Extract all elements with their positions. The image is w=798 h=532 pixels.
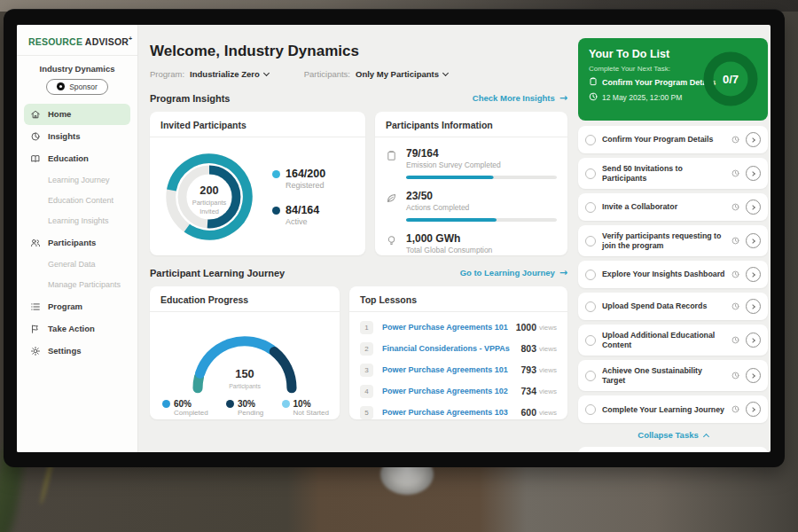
sidebar-item-label: Education [48, 153, 89, 163]
card-title: Participants Information [375, 112, 567, 137]
checkbox[interactable] [585, 168, 596, 179]
views-suffix: views [539, 366, 557, 374]
survey-icon [386, 149, 398, 179]
main-content: Welcome, Industry Dynamics Program: Indu… [138, 25, 576, 452]
check-more-insights-link[interactable]: Check More Insights → [473, 92, 567, 104]
sidebar-item-label: Insights [48, 131, 80, 141]
todo-item[interactable]: Explore Your Insights Dashboard [578, 261, 768, 288]
checkbox[interactable] [585, 270, 596, 280]
todo-item[interactable]: Invite a Collaborator [578, 193, 768, 221]
legend-value: 164/200 [286, 168, 325, 180]
lesson-rank: 5 [360, 406, 373, 419]
todo-progress-ring: 0/7 [702, 51, 759, 107]
views-suffix: views [539, 409, 557, 417]
lesson-row: 1 Power Purchase Agreements 101 1000 vie… [360, 317, 557, 338]
sidebar-item-education-content[interactable]: Education Content [17, 191, 137, 211]
org-name: Industry Dynamics [17, 64, 137, 74]
task-chevron-button[interactable] [746, 166, 761, 181]
sidebar-item-home[interactable]: Home [24, 104, 130, 125]
sidebar-item-general-data[interactable]: General Data [17, 254, 137, 275]
brand-primary: RESOURCE [28, 36, 82, 47]
legend-label: Registered [286, 181, 325, 190]
lesson-link[interactable]: Power Purchase Agreements 102 [382, 387, 508, 395]
checkbox[interactable] [585, 371, 596, 381]
checkbox[interactable] [585, 135, 596, 145]
program-select-value: Industrialize Zero [190, 69, 260, 79]
lesson-rank: 2 [360, 342, 373, 356]
checkbox[interactable] [585, 404, 596, 415]
section-title: Program Insights [150, 93, 230, 104]
section-title: Participant Learning Journey [150, 268, 285, 278]
insights-icon [30, 131, 41, 142]
collapse-tasks-link[interactable]: Collapse Tasks [578, 430, 768, 440]
todo-item[interactable]: Achieve One Sustainability Target [578, 360, 768, 391]
lesson-rank: 4 [360, 385, 373, 398]
task-chevron-button[interactable] [746, 132, 761, 147]
task-chevron-button[interactable] [746, 267, 761, 282]
lesson-row: 2 Financial Considerations - VPPAs 803 v… [360, 338, 557, 359]
legend-active: 84/164 Active [272, 204, 325, 226]
sidebar-item-participants[interactable]: Participants [24, 232, 130, 254]
todo-item-label: Upload Spend Data Records [602, 301, 725, 311]
task-chevron-button[interactable] [746, 233, 761, 248]
clock-icon [589, 92, 598, 103]
lesson-link[interactable]: Power Purchase Agreements 101 [382, 323, 508, 332]
task-chevron-button[interactable] [746, 299, 761, 314]
todo-item[interactable]: Upload Additional Educational Content [578, 325, 768, 356]
sidebar-item-settings[interactable]: Settings [24, 340, 130, 362]
sponsor-label: Sponsor [69, 82, 98, 91]
participants-select[interactable]: Only My Participants [356, 69, 448, 79]
lesson-rank: 3 [360, 364, 373, 377]
checkbox[interactable] [585, 335, 596, 346]
task-chevron-button[interactable] [746, 200, 761, 215]
book-icon [30, 153, 41, 164]
link-label: Go to Learning Journey [460, 268, 555, 278]
task-chevron-button[interactable] [746, 332, 761, 348]
todo-item[interactable]: Verify participants requesting to join t… [578, 225, 768, 256]
go-to-learning-journey-link[interactable]: Go to Learning Journey → [460, 267, 567, 278]
stat-value: 79/164 [406, 147, 557, 160]
card-title: Top Lessons [349, 286, 567, 312]
clock-icon [732, 302, 739, 310]
sidebar: RESOURCE ADVISOR+ Industry Dynamics Spon… [17, 25, 138, 452]
checkbox[interactable] [585, 202, 596, 213]
participants-filter-label: Participants: [304, 69, 350, 79]
sidebar-item-manage-participants[interactable]: Manage Participants [17, 275, 137, 295]
sidebar-item-insights[interactable]: Insights [24, 126, 130, 147]
sidebar-item-label: Take Action [48, 324, 95, 333]
sidebar-item-learning-insights[interactable]: Learning Insights [17, 211, 137, 231]
sidebar-item-take-action[interactable]: Take Action [24, 318, 130, 340]
sidebar-item-label: Program [48, 301, 82, 311]
checkbox[interactable] [585, 301, 596, 312]
checkbox[interactable] [585, 236, 596, 246]
app-logo: RESOURCE ADVISOR+ [17, 25, 137, 56]
page-title: Welcome, Industry Dynamics [150, 43, 567, 60]
lightbulb-icon [386, 234, 398, 254]
todo-item[interactable]: Confirm Your Program Details [578, 126, 768, 153]
todo-item[interactable]: Upload Spend Data Records [578, 293, 768, 320]
sponsor-badge[interactable]: Sponsor [46, 79, 108, 95]
program-select[interactable]: Industrialize Zero [190, 69, 269, 79]
take-action-icon [30, 324, 41, 334]
lesson-link[interactable]: Power Purchase Agreements 103 [382, 408, 508, 417]
stat-label: Emission Survey Completed [406, 160, 557, 169]
task-chevron-button[interactable] [746, 402, 761, 417]
todo-item[interactable]: Complete Your Learning Journey [578, 395, 768, 423]
lesson-link[interactable]: Financial Considerations - VPPAs [382, 344, 510, 353]
svg-text:Participants: Participants [192, 199, 227, 207]
lesson-link[interactable]: Power Purchase Agreements 101 [382, 365, 508, 374]
sidebar-item-label: Home [48, 109, 71, 119]
clock-icon [732, 136, 739, 144]
sidebar-item-program[interactable]: Program [24, 296, 130, 317]
todo-item[interactable]: Send 50 Invitations to Participants [578, 158, 768, 189]
filters-row: Program: Industrialize Zero Participants… [150, 69, 567, 79]
sidebar-item-learning-journey[interactable]: Learning Journey [17, 170, 137, 191]
gear-icon [30, 346, 41, 356]
list-icon [30, 301, 41, 312]
task-chevron-button[interactable] [746, 368, 761, 383]
gauge-center-value: 150 [235, 367, 254, 380]
todo-item-label: Upload Additional Educational Content [602, 331, 725, 349]
sidebar-item-education[interactable]: Education [24, 148, 130, 169]
todo-item-label: Achieve One Sustainability Target [602, 366, 725, 385]
legend-registered: 164/200 Registered [272, 168, 325, 190]
